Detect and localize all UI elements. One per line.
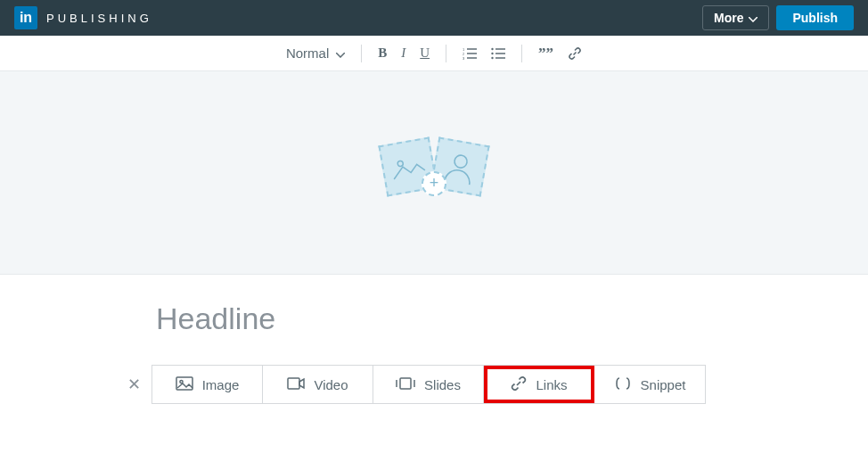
bold-button[interactable]: B: [378, 45, 387, 61]
style-label: Normal: [286, 45, 329, 61]
formatting-toolbar: Normal B I U 1 2 3: [0, 36, 868, 71]
svg-text:3: 3: [463, 55, 465, 60]
add-icon: +: [422, 171, 446, 196]
insert-label: Snippet: [641, 377, 686, 392]
ordered-list-button[interactable]: 1 2 3: [463, 47, 477, 60]
insert-image-button[interactable]: Image: [152, 366, 263, 403]
svg-point-10: [491, 52, 493, 54]
header-bar: in PUBLISHING More Publish: [0, 0, 868, 36]
link-icon: [511, 375, 527, 394]
insert-links-button[interactable]: Links: [484, 366, 594, 403]
app-title: PUBLISHING: [46, 12, 152, 25]
insert-snippet-button[interactable]: Snippet: [594, 366, 705, 403]
insert-video-button[interactable]: Video: [263, 366, 373, 403]
insert-label: Image: [202, 377, 240, 392]
insert-slides-button[interactable]: Slides: [373, 366, 484, 403]
unordered-list-button[interactable]: [491, 47, 505, 60]
blockquote-button[interactable]: ””: [538, 45, 553, 62]
headline-input[interactable]: Headline: [156, 301, 868, 336]
svg-rect-16: [288, 378, 299, 389]
link-button[interactable]: [568, 46, 582, 61]
insert-bar: Image Video: [151, 365, 706, 404]
code-icon: [614, 376, 632, 393]
more-button[interactable]: More: [702, 5, 769, 30]
italic-button[interactable]: I: [401, 45, 405, 61]
linkedin-logo: in: [14, 6, 37, 29]
cover-placeholder-icon: +: [381, 137, 487, 209]
close-icon[interactable]: ✕: [116, 375, 151, 394]
insert-label: Links: [536, 377, 567, 392]
style-dropdown[interactable]: Normal: [286, 45, 345, 61]
chevron-down-icon: [749, 11, 757, 25]
insert-label: Slides: [424, 377, 461, 392]
svg-rect-17: [400, 378, 411, 389]
publish-button[interactable]: Publish: [776, 5, 854, 30]
underline-button[interactable]: U: [420, 45, 430, 61]
video-icon: [287, 377, 305, 392]
chevron-down-icon: [336, 45, 345, 61]
cover-image-area[interactable]: +: [0, 71, 868, 275]
slides-icon: [396, 377, 415, 392]
more-label: More: [714, 11, 743, 25]
svg-point-13: [454, 153, 468, 168]
insert-label: Video: [314, 377, 348, 392]
brand: in PUBLISHING: [14, 6, 152, 29]
svg-point-12: [397, 160, 404, 166]
svg-point-15: [180, 380, 183, 383]
editor-body: Headline ✕ Image: [0, 275, 868, 404]
header-actions: More Publish: [702, 5, 854, 30]
svg-point-9: [491, 47, 493, 49]
svg-point-11: [491, 56, 493, 58]
svg-rect-14: [176, 377, 192, 390]
insert-row: ✕ Image Vid: [116, 365, 868, 404]
image-icon: [176, 376, 193, 393]
